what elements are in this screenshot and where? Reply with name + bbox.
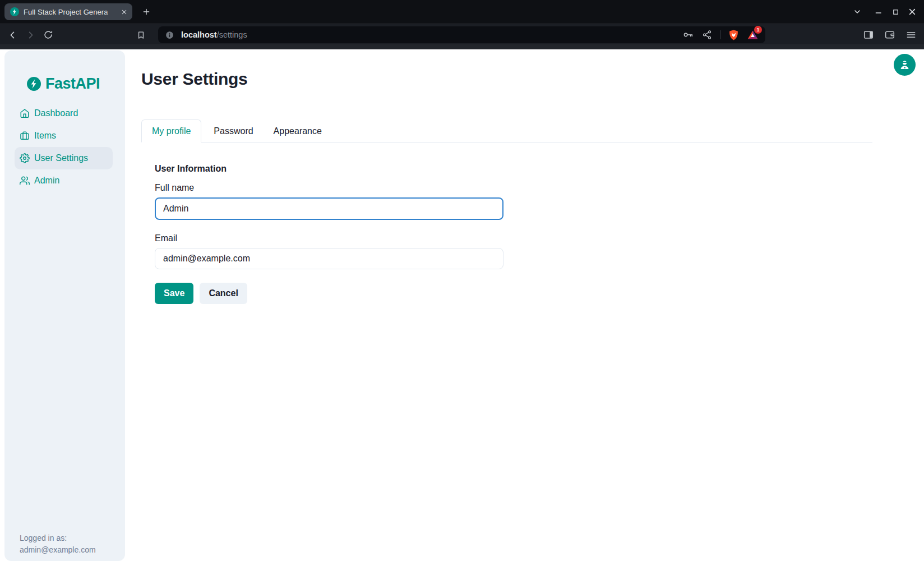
wallet-icon[interactable] [883,27,897,42]
password-key-icon[interactable] [682,29,694,41]
tab-strip: Full Stack Project Genera [0,0,924,24]
tab-close-icon[interactable] [119,7,129,17]
email-label: Email [155,233,503,243]
logo-text: FastAPI [45,75,100,93]
sidebar-item-admin[interactable]: Admin [15,169,113,192]
home-icon [20,108,30,118]
toolbar-divider [720,30,720,39]
sidebar-item-label: Admin [34,176,59,186]
window-controls [849,0,921,24]
site-info-icon[interactable] [165,30,174,40]
sidebar-item-items[interactable]: Items [15,125,113,147]
sidebar-item-label: Items [34,131,56,141]
tab-title: Full Stack Project Genera [24,7,119,17]
briefcase-icon [20,131,30,141]
back-button[interactable] [5,27,20,42]
url-bar[interactable]: localhost/settings 1 [158,26,765,43]
toolbar-right [861,27,918,42]
browser-chrome: Full Stack Project Genera [0,0,924,49]
rewards-badge: 1 [754,26,762,34]
tab-title-fade [104,7,119,17]
tab-my-profile[interactable]: My profile [141,119,201,142]
tab-password[interactable]: Password [204,119,263,142]
window-minimize-icon[interactable] [870,3,887,20]
forward-button[interactable] [23,27,38,42]
tab-appearance[interactable]: Appearance [264,119,332,142]
sidebar-item-dashboard[interactable]: Dashboard [15,102,113,125]
full-name-label: Full name [155,183,503,193]
browser-tab[interactable]: Full Stack Project Genera [4,3,132,20]
user-menu-button[interactable] [894,54,916,76]
logged-in-info: Logged in as: admin@example.com [20,532,96,556]
bookmarks-icon[interactable] [133,27,148,42]
share-icon[interactable] [701,29,713,41]
full-name-input[interactable] [155,197,503,220]
new-tab-button[interactable] [139,4,154,19]
logged-in-label: Logged in as: [20,532,96,544]
brave-shield-icon[interactable] [727,29,740,41]
sidebar-panel-icon[interactable] [861,27,876,42]
sidebar-item-label: User Settings [34,153,88,163]
brave-rewards-bat-icon[interactable]: 1 [746,29,759,41]
section-title: User Information [155,164,503,174]
window-close-icon[interactable] [904,3,921,20]
settings-tabs: My profile Password Appearance [141,119,872,142]
sidebar-item-user-settings[interactable]: User Settings [15,147,113,169]
sidebar-item-label: Dashboard [34,108,78,118]
url-path: /settings [217,30,247,39]
email-input[interactable] [155,248,503,269]
fastapi-logo: FastAPI [27,75,100,93]
window-maximize-icon[interactable] [887,3,904,20]
page-content: FastAPI Dashboard Items User Settings [0,49,924,575]
url-host: localhost [181,30,217,39]
sidebar: FastAPI Dashboard Items User Settings [4,50,125,561]
profile-panel: User Information Full name Email Save Ca… [155,164,503,304]
gear-icon [20,153,30,163]
chrome-bottom-strip [0,44,924,49]
menu-icon[interactable] [904,27,918,42]
window-shade-icon[interactable] [849,3,866,20]
fastapi-favicon-icon [10,7,19,16]
save-button[interactable]: Save [155,283,193,304]
page-title: User Settings [141,70,248,89]
sidebar-nav: Dashboard Items User Settings Admin [4,102,125,192]
form-actions: Save Cancel [155,283,503,304]
fastapi-logo-icon [27,77,41,91]
users-icon [20,176,30,186]
user-avatar-icon [898,58,911,71]
browser-toolbar: localhost/settings 1 [0,24,924,44]
logged-in-email: admin@example.com [20,544,96,556]
reload-button[interactable] [41,27,56,42]
cancel-button[interactable]: Cancel [200,283,247,304]
url-text: localhost/settings [181,30,682,39]
